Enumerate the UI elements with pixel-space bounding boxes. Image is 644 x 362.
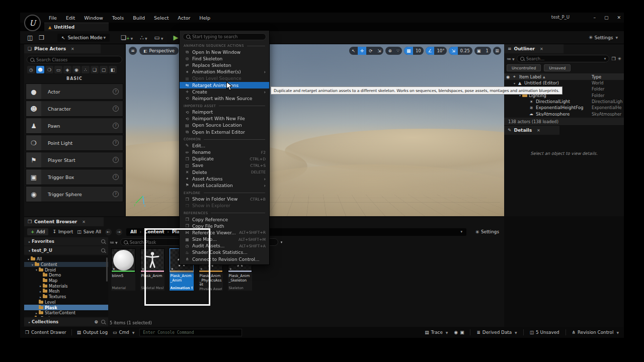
- world-space-icon[interactable]: ⊕: [385, 47, 394, 55]
- rotation-snap-icon[interactable]: ∠: [426, 47, 435, 55]
- new-folder-icon[interactable]: ❒: [611, 56, 615, 61]
- menu-item-retarget-animations[interactable]: ⇆ Retarget Animations: [180, 82, 269, 88]
- category-all-icon[interactable]: ◧: [109, 66, 117, 73]
- category-fx-icon[interactable]: ∴: [82, 66, 90, 73]
- breadcrumb-all[interactable]: All: [130, 229, 137, 234]
- details-tab[interactable]: ✎ Details ✕: [504, 126, 559, 135]
- category-lights-icon[interactable]: ❍: [45, 66, 53, 73]
- menu-item-save[interactable]: ◫ Save CTRL+S: [180, 162, 269, 169]
- type-column[interactable]: Type: [592, 74, 622, 79]
- menubar-item-select[interactable]: Select: [149, 15, 173, 21]
- output-log-button[interactable]: ▤ Output Log: [77, 330, 108, 335]
- category-basic-icon[interactable]: ☻: [36, 66, 44, 73]
- tree-item-textures[interactable]: ▸ Textures: [24, 294, 108, 300]
- move-tool-icon[interactable]: ✛: [358, 47, 366, 55]
- trace-dropdown[interactable]: ▤ Trace ▼: [425, 330, 448, 335]
- outliner-row-height-fog[interactable]: ≋ ExponentialHeightFog ExponentialHe: [504, 105, 624, 111]
- help-icon[interactable]: ?: [113, 191, 119, 197]
- maximize-button[interactable]: ▢: [604, 15, 609, 20]
- menu-item-asset-localization[interactable]: ⚑ Asset Localization ›: [180, 182, 269, 189]
- project-header[interactable]: ▾ test_P_U: [24, 246, 108, 254]
- search-icon[interactable]: [101, 239, 105, 243]
- scale-tool-icon[interactable]: ⇲: [375, 47, 383, 55]
- tree-item-materials[interactable]: ▸ Materials: [24, 283, 108, 289]
- content-browser-settings[interactable]: ✳ Settings: [475, 229, 501, 235]
- tree-item-all[interactable]: ▾ All: [24, 256, 108, 262]
- menu-item-create[interactable]: + Create ›: [180, 88, 269, 95]
- save-icon[interactable]: ◫: [27, 35, 33, 41]
- search-icon[interactable]: [101, 248, 105, 252]
- menubar-item-build[interactable]: Build: [128, 15, 149, 21]
- outliner-filter-icon[interactable]: ≔▼: [507, 56, 515, 61]
- item-label-column[interactable]: Item Label: [519, 74, 541, 79]
- tree-item-startercontent[interactable]: ▸ StarterContent: [24, 310, 108, 316]
- menubar-item-file[interactable]: File: [44, 15, 61, 21]
- menu-item-edit[interactable]: ✎ Edit...: [180, 142, 269, 149]
- menu-item-asset-actions[interactable]: ✦ Asset Actions ›: [180, 175, 269, 182]
- scale-snap-value[interactable]: 0.25: [458, 47, 472, 55]
- search-classes-input[interactable]: Search Classes: [27, 56, 122, 63]
- grid-snap-value[interactable]: 10: [413, 47, 424, 55]
- category-recent-icon[interactable]: ◷: [27, 66, 35, 73]
- tree-item-content[interactable]: ▾ Content: [24, 262, 108, 267]
- tree-item-demo[interactable]: Demo: [24, 273, 108, 278]
- category-geometry-icon[interactable]: ❏: [91, 66, 99, 73]
- content-drawer-button[interactable]: ❒ Content Drawer: [25, 330, 66, 335]
- camera-speed-value[interactable]: 1: [484, 47, 491, 55]
- rotation-snap-value[interactable]: 10°: [434, 47, 447, 55]
- outliner-row-sky-atmosphere[interactable]: ☁ SkyAtmosphere SkyAtmospher: [504, 111, 624, 116]
- insights-icon[interactable]: ◉: [454, 330, 458, 335]
- perspective-dropdown[interactable]: ◧ Perspective: [139, 47, 179, 55]
- menu-item-rename[interactable]: ✏ Rename F2: [180, 149, 269, 155]
- tree-item-map[interactable]: Map: [24, 278, 108, 284]
- search-icon[interactable]: [101, 320, 105, 324]
- place-actor-item-character[interactable]: ☻ Character ?: [26, 101, 123, 117]
- menu-item-show-in-folder-view[interactable]: ❒ Show in Folder View CTRL+B: [180, 196, 269, 203]
- menubar-item-help[interactable]: Help: [195, 15, 215, 21]
- search-options-chevron-icon[interactable]: ▾: [281, 240, 283, 244]
- menu-item-open-source-location[interactable]: ▤ Open Source Location: [180, 122, 269, 129]
- snapshot-icon[interactable]: ▣: [460, 330, 464, 335]
- close-icon[interactable]: ✕: [540, 47, 543, 51]
- tree-item-level[interactable]: Level: [24, 300, 108, 305]
- add-button[interactable]: + Add: [27, 228, 48, 235]
- place-actor-item-player-start[interactable]: ⚑ Player Start ?: [26, 152, 123, 168]
- derived-data-dropdown[interactable]: ≣ Derived Data ▼: [476, 330, 517, 335]
- blueprints-icon[interactable]: ∴▼: [140, 35, 147, 41]
- close-button[interactable]: ✕: [617, 15, 621, 20]
- play-button[interactable]: ▶: [173, 34, 178, 41]
- favorites-header[interactable]: ▸ Favorites: [24, 237, 108, 245]
- menu-item-delete[interactable]: ✕ Delete DELETE: [180, 169, 269, 175]
- menubar-item-actor[interactable]: Actor: [173, 15, 195, 21]
- menu-item-animation-modifiers[interactable]: ✶ Animation Modifier(s) ›: [180, 69, 269, 75]
- cmd-dropdown[interactable]: ▭ Cmd ▼: [113, 330, 134, 335]
- help-icon[interactable]: ?: [113, 157, 119, 163]
- menu-item-copy-reference[interactable]: ❐ Copy Reference: [180, 216, 269, 223]
- minimize-button[interactable]: –: [593, 15, 596, 20]
- category-cinematic-icon[interactable]: ▭: [54, 66, 62, 73]
- forward-icon[interactable]: →: [116, 229, 122, 235]
- save-all-button[interactable]: ◫ Save All: [77, 229, 101, 234]
- import-button[interactable]: ↧ Import: [52, 229, 73, 234]
- close-icon[interactable]: ✕: [82, 220, 86, 224]
- help-icon[interactable]: ?: [113, 106, 119, 112]
- place-actor-item-point-light[interactable]: ❍ Point Light ?: [26, 135, 123, 151]
- browse-content-icon[interactable]: ❒: [39, 35, 44, 41]
- add-actor-icon[interactable]: ❏+▼: [121, 35, 133, 41]
- place-actor-item-trigger-sphere[interactable]: ◉ Trigger Sphere ?: [26, 186, 123, 202]
- outliner-settings-icon[interactable]: ✳: [617, 56, 621, 61]
- outliner-search-input[interactable]: Search... ▾: [517, 55, 610, 62]
- unsaved-button[interactable]: ◫ 5 Unsaved: [530, 330, 559, 335]
- help-icon[interactable]: ?: [113, 88, 119, 95]
- pin-column-icon[interactable]: ⌖: [513, 74, 519, 79]
- place-actor-item-actor[interactable]: ● Actor ?: [26, 83, 123, 100]
- category-volumes-icon[interactable]: ▢: [100, 66, 108, 73]
- outliner-row-world[interactable]: ▾ ▲ Untitled (Editor) World: [504, 80, 624, 86]
- menu-item-open-in-external-editor[interactable]: ⧉ Open In External Editor: [180, 129, 269, 135]
- asset-tile-blinn5[interactable]: ★ blinn5 Material: [110, 248, 136, 291]
- console-command-input[interactable]: Enter Console Command: [139, 329, 242, 336]
- collections-header[interactable]: ▸ Collections ⊕: [24, 318, 108, 326]
- tree-item-mesh[interactable]: ▸ Mesh: [24, 289, 108, 294]
- context-menu-search-input[interactable]: Start typing to search: [183, 33, 266, 40]
- menu-item-open-level-sequence[interactable]: ▦ Open Level Sequence: [180, 75, 269, 82]
